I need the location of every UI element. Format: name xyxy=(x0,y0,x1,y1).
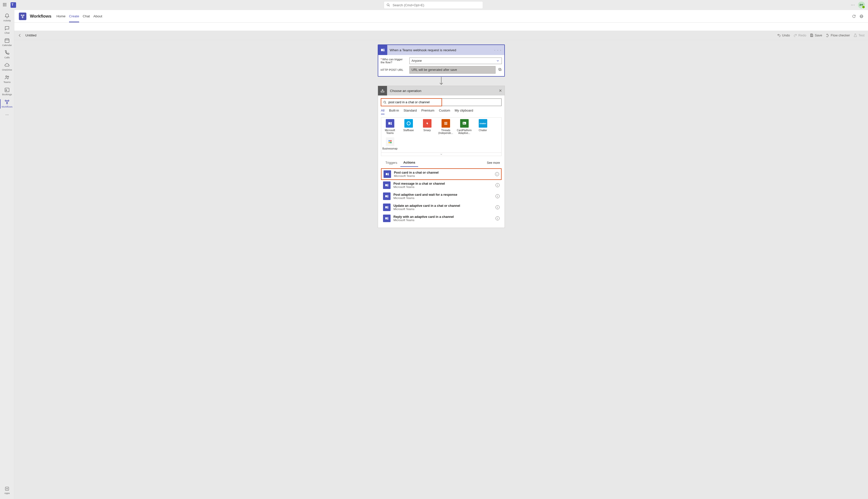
connectors-grid: Microsoft TeamsStaffbaseSmarpThreads (In… xyxy=(381,117,501,153)
rail-more-icon[interactable]: ··· xyxy=(5,111,9,119)
action-item[interactable]: Post card in a chat or channel Microsoft… xyxy=(381,168,501,180)
rail-apps-label: Apps xyxy=(4,492,10,495)
waffle-icon[interactable] xyxy=(3,3,7,7)
test-button[interactable]: Test xyxy=(853,34,865,37)
trigger-card[interactable]: When a Teams webhook request is received… xyxy=(378,45,505,77)
svg-line-1 xyxy=(389,5,390,7)
action-title: Post message in a chat or channel xyxy=(394,182,493,185)
rail-item-onedrive[interactable]: OneDrive xyxy=(0,61,14,73)
svg-rect-23 xyxy=(811,35,812,36)
connector-item[interactable]: CardPlatform Adaptive... xyxy=(457,119,472,134)
rail-item-teams[interactable]: Teams xyxy=(0,73,14,85)
info-icon[interactable]: i xyxy=(496,216,499,220)
svg-rect-9 xyxy=(6,90,7,91)
svg-point-7 xyxy=(8,76,9,77)
rail-item-label: Teams xyxy=(3,81,11,83)
rail-item-calls[interactable]: Calls xyxy=(0,48,14,61)
action-title: Update an adaptive card in a chat or cha… xyxy=(394,204,493,208)
scope-tab-builtin[interactable]: Built-in xyxy=(389,109,399,114)
connector-icon xyxy=(423,119,432,127)
tab-chat[interactable]: Chat xyxy=(83,10,90,22)
connector-label: Threads (Independe... xyxy=(438,129,454,134)
save-button[interactable]: Save xyxy=(810,34,822,37)
search-icon xyxy=(386,3,390,7)
refresh-icon[interactable] xyxy=(852,14,856,19)
rail-apps[interactable]: Apps xyxy=(4,486,10,495)
action-item[interactable]: Update an adaptive card in a chat or cha… xyxy=(381,202,501,212)
rail-item-workflows[interactable]: Workflows xyxy=(0,98,14,110)
rail-item-label: OneDrive xyxy=(2,68,12,71)
app-rail: Activity Chat Calendar Calls OneDrive Te… xyxy=(0,10,14,499)
undo-label: Undo xyxy=(782,34,790,37)
connector-label: CardPlatform Adaptive... xyxy=(457,129,472,134)
svg-rect-22 xyxy=(811,34,812,35)
trigger-more-icon[interactable]: · · · xyxy=(494,48,501,52)
copy-url-button[interactable] xyxy=(498,68,502,72)
scope-tab-custom[interactable]: Custom xyxy=(439,109,450,114)
globe-icon[interactable] xyxy=(859,14,864,19)
connector-item[interactable]: Businessmap xyxy=(382,137,398,150)
connector-item[interactable]: Threads (Independe... xyxy=(438,119,454,134)
action-item[interactable]: Post message in a chat or channel Micros… xyxy=(381,180,501,191)
rail-item-label: Bookings xyxy=(2,93,12,96)
chevron-down-icon xyxy=(496,59,499,63)
close-operation-icon[interactable]: ✕ xyxy=(499,88,502,93)
connector-icon xyxy=(404,119,413,127)
tab-home[interactable]: Home xyxy=(57,10,65,22)
info-icon[interactable]: i xyxy=(495,172,499,176)
connector-item[interactable]: Staffbase xyxy=(401,119,417,134)
see-more-link[interactable]: See more xyxy=(487,161,500,165)
rail-item-calendar[interactable]: Calendar xyxy=(0,36,14,48)
connector-item[interactable]: Smarp xyxy=(419,119,435,134)
info-icon[interactable]: i xyxy=(496,205,499,209)
test-label: Test xyxy=(858,34,865,37)
connectors-expand-icon[interactable] xyxy=(381,153,501,156)
action-item[interactable]: Reply with an adaptive card in a channel… xyxy=(381,213,501,223)
scope-tab-standard[interactable]: Standard xyxy=(404,109,417,114)
operation-search[interactable] xyxy=(381,98,501,106)
who-can-trigger-dropdown[interactable]: Anyone xyxy=(409,58,502,64)
global-search[interactable] xyxy=(384,1,483,9)
flow-checker-label: Flow checker xyxy=(831,34,850,37)
redo-button[interactable]: Redo xyxy=(793,34,806,37)
connector-label: Microsoft Teams xyxy=(382,129,398,134)
svg-rect-46 xyxy=(388,140,390,142)
action-item[interactable]: Post adaptive card and wait for a respon… xyxy=(381,191,501,202)
back-button[interactable] xyxy=(18,34,22,37)
global-search-input[interactable] xyxy=(393,3,480,7)
info-icon[interactable]: i xyxy=(496,183,499,187)
svg-point-24 xyxy=(827,34,827,35)
flow-canvas[interactable]: When a Teams webhook request is received… xyxy=(14,40,868,499)
flow-checker-button[interactable]: Flow checker xyxy=(826,34,850,37)
result-tab-triggers[interactable]: Triggers xyxy=(383,159,400,167)
rail-item-activity[interactable]: Activity xyxy=(0,12,14,24)
svg-rect-8 xyxy=(5,88,9,92)
connector-icon xyxy=(386,137,394,146)
flow-title[interactable]: Untitled xyxy=(25,34,36,37)
info-icon[interactable]: i xyxy=(496,194,499,198)
action-subtitle: Microsoft Teams xyxy=(394,196,493,199)
svg-rect-2 xyxy=(5,39,9,43)
rail-item-chat[interactable]: Chat xyxy=(0,24,14,36)
svg-point-60 xyxy=(387,206,388,207)
operation-search-input[interactable] xyxy=(388,100,439,104)
connector-item[interactable]: Microsoft Teams xyxy=(382,119,398,134)
avatar[interactable]: PS xyxy=(858,1,865,9)
tab-about[interactable]: About xyxy=(94,10,102,22)
more-options-icon[interactable]: ··· xyxy=(851,3,855,7)
svg-rect-48 xyxy=(388,142,390,143)
svg-point-51 xyxy=(388,173,389,174)
scope-tab-all[interactable]: All xyxy=(381,109,385,114)
svg-point-12 xyxy=(7,103,8,104)
scope-tab-premium[interactable]: Premium xyxy=(421,109,434,114)
svg-rect-55 xyxy=(387,185,388,186)
undo-button[interactable]: Undo xyxy=(777,34,790,37)
rail-item-bookings[interactable]: Bookings xyxy=(0,85,14,98)
connector-item[interactable]: chatterChatter xyxy=(475,119,491,134)
svg-rect-50 xyxy=(386,173,387,175)
action-subtitle: Microsoft Teams xyxy=(394,185,493,188)
result-tab-actions[interactable]: Actions xyxy=(400,159,419,167)
tab-create[interactable]: Create xyxy=(69,10,79,22)
svg-point-34 xyxy=(384,101,385,103)
scope-tab-clipboard[interactable]: My clipboard xyxy=(455,109,473,114)
